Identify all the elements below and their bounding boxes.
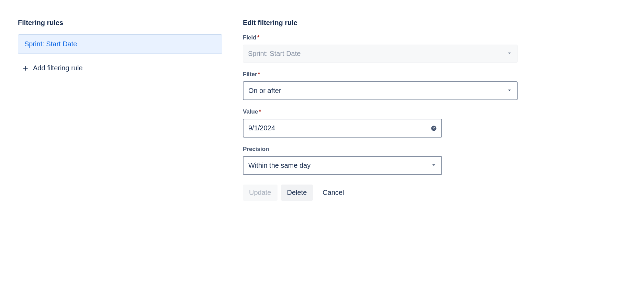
precision-label-text: Precision — [243, 146, 269, 152]
value-input[interactable] — [243, 119, 442, 138]
precision-label: Precision — [243, 146, 518, 153]
field-label: Field* — [243, 34, 518, 41]
value-label-text: Value — [243, 108, 258, 115]
plus-icon — [22, 65, 29, 72]
precision-group: Precision Within the same day — [243, 146, 518, 175]
button-row: Update Delete Cancel — [243, 185, 518, 201]
filter-select-value: On or after — [248, 87, 281, 95]
edit-rule-heading: Edit filtering rule — [243, 19, 518, 27]
filtering-rules-heading: Filtering rules — [18, 19, 222, 27]
filtering-rule-item[interactable]: Sprint: Start Date — [18, 34, 222, 54]
field-label-text: Field — [243, 34, 257, 41]
cancel-button[interactable]: Cancel — [316, 185, 350, 201]
filtering-rules-panel: Filtering rules Sprint: Start Date Add f… — [18, 19, 222, 201]
add-filtering-rule-label: Add filtering rule — [33, 64, 83, 72]
filter-label-text: Filter — [243, 71, 257, 78]
field-select-value: Sprint: Start Date — [248, 50, 301, 58]
required-indicator: * — [257, 34, 260, 41]
filter-select[interactable]: On or after — [243, 81, 518, 100]
required-indicator: * — [259, 108, 261, 115]
filter-label: Filter* — [243, 71, 518, 78]
add-filtering-rule-button[interactable]: Add filtering rule — [18, 59, 222, 77]
required-indicator: * — [258, 71, 260, 78]
field-group: Field* Sprint: Start Date — [243, 34, 518, 63]
precision-select-value: Within the same day — [248, 162, 310, 169]
value-group: Value* — [243, 108, 518, 138]
update-button[interactable]: Update — [243, 185, 278, 201]
field-select: Sprint: Start Date — [243, 45, 518, 63]
filtering-rule-label: Sprint: Start Date — [24, 40, 77, 48]
clear-icon[interactable] — [430, 125, 437, 132]
filter-group: Filter* On or after — [243, 71, 518, 100]
value-label: Value* — [243, 108, 518, 115]
delete-button[interactable]: Delete — [281, 185, 313, 201]
edit-rule-panel: Edit filtering rule Field* Sprint: Start… — [243, 19, 518, 201]
precision-select[interactable]: Within the same day — [243, 156, 442, 175]
